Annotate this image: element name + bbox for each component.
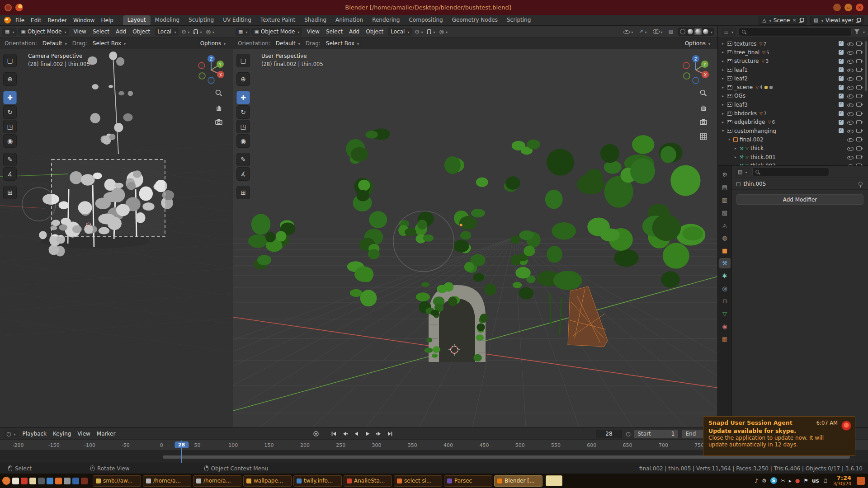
outliner-row-tree-final[interactable]: tree_final▽5 (718, 48, 863, 56)
playhead-frame-badge[interactable]: 28 (175, 441, 189, 448)
checkbox-icon[interactable] (839, 111, 844, 116)
render-visibility-camera-icon[interactable] (856, 120, 862, 124)
scale-tool[interactable]: ◳ (3, 120, 17, 133)
disclosure-collapsed-icon[interactable] (721, 94, 725, 98)
taskbar-launcher-icon[interactable] (29, 478, 36, 484)
menu-render[interactable]: Render (44, 16, 70, 24)
editor-type-selector[interactable] (735, 168, 750, 176)
visibility-eye-icon[interactable] (847, 50, 853, 55)
clock-widget[interactable]: 7:24 3/30/24 (833, 475, 851, 487)
disclosure-collapsed-icon[interactable] (721, 120, 725, 124)
outliner-row-scene[interactable]: _scene▽4 (718, 83, 863, 91)
orientation-dropdown[interactable]: Default (40, 39, 70, 47)
outliner-row-ogs[interactable]: OGs (718, 92, 863, 100)
workspace-tab-sculpting[interactable]: Sculpting (184, 15, 218, 25)
annotate-tool[interactable]: ✎ (236, 153, 250, 166)
orientation-dropdown[interactable]: Default (273, 39, 303, 47)
media-note-icon[interactable]: ♪ (755, 478, 758, 484)
visibility-eye-icon[interactable] (847, 67, 853, 73)
editor-type-selector[interactable] (2, 28, 17, 36)
taskbar-window-twily-info[interactable]: twily.info... (293, 475, 342, 487)
shading-material-button[interactable] (694, 28, 702, 35)
move-tool[interactable]: ✚ (236, 91, 250, 104)
outliner-row-leaf1[interactable]: leaf1 (718, 66, 863, 74)
viewport-menu-select[interactable]: Select (90, 28, 113, 36)
checkbox-icon[interactable] (839, 76, 844, 81)
editor-type-selector[interactable] (236, 28, 250, 36)
select-box-tool[interactable]: ▢ (3, 54, 17, 67)
workspace-tab-compositing[interactable]: Compositing (404, 15, 447, 25)
blender-logo-icon[interactable] (4, 17, 11, 23)
taskbar-window-parsec[interactable]: Parsec (444, 475, 492, 487)
play-circle-icon[interactable]: ▸ (789, 478, 792, 484)
timeline-menu-marker[interactable]: Marker (94, 430, 118, 438)
viewlayer-selector[interactable]: ViewLayer (810, 16, 863, 25)
drag-dropdown[interactable]: Select Box (323, 39, 362, 47)
render-visibility-camera-icon[interactable] (856, 146, 862, 150)
notification-popup[interactable]: Snapd User Session Agent 6:07 AM Update … (703, 416, 855, 456)
play-button[interactable] (363, 429, 373, 438)
checkbox-icon[interactable] (839, 67, 844, 72)
snapping-toggle[interactable] (192, 28, 203, 36)
properties-tab-scene[interactable]: ◬ (719, 220, 731, 230)
disclosure-collapsed-icon[interactable] (721, 76, 725, 80)
notes-widget[interactable] (546, 475, 562, 486)
new-scene-icon[interactable] (799, 18, 803, 22)
visibility-eye-icon[interactable] (847, 145, 853, 151)
record-dot-icon[interactable]: ● (795, 478, 800, 484)
play-reverse-button[interactable] (351, 429, 361, 438)
close-button[interactable] (856, 4, 863, 11)
zoom-icon[interactable] (215, 89, 223, 99)
taskbar-window-home-a[interactable]: /home/a... (143, 475, 191, 487)
auto-keying-record-button[interactable] (311, 429, 321, 438)
taskbar-launcher-icon[interactable] (81, 478, 88, 484)
viewport-canvas[interactable]: Camera Perspective (28) final.002 | thin… (0, 49, 233, 427)
navigation-gizmo[interactable]: ZYX (195, 53, 227, 85)
proportional-editing-toggle[interactable] (205, 28, 216, 36)
visibility-eye-icon[interactable] (847, 163, 853, 165)
annotate-tool[interactable]: ✎ (3, 153, 17, 166)
snapping-toggle[interactable] (425, 28, 436, 36)
disclosure-collapsed-icon[interactable] (733, 155, 738, 159)
rotate-tool[interactable]: ↻ (236, 105, 250, 119)
visibility-eye-icon[interactable] (847, 137, 853, 142)
timeline-menu-playback[interactable]: Playback (19, 430, 50, 438)
viewport-menu-add[interactable]: Add (346, 28, 363, 36)
proportional-editing-toggle[interactable] (438, 28, 449, 36)
workspace-tab-scripting[interactable]: Scripting (502, 15, 535, 25)
grid-ortho-icon[interactable] (699, 132, 708, 142)
render-visibility-camera-icon[interactable] (856, 68, 862, 72)
render-visibility-camera-icon[interactable] (856, 76, 862, 80)
settings-gear-icon[interactable]: ⚙ (762, 478, 767, 484)
taskbar-launcher-icon[interactable] (21, 478, 28, 484)
next-keyframe-button[interactable] (374, 429, 384, 438)
add-modifier-button[interactable]: Add Modifier (736, 194, 863, 205)
checkbox-icon[interactable] (839, 59, 844, 64)
keyboard-layout-indicator[interactable]: us (812, 478, 819, 484)
visibility-eye-icon[interactable] (847, 111, 853, 116)
scissors-icon[interactable]: ✂ (781, 478, 785, 484)
render-visibility-camera-icon[interactable] (856, 164, 862, 165)
select-box-tool[interactable]: ▢ (236, 54, 250, 67)
disclosure-collapsed-icon[interactable] (721, 68, 725, 72)
disclosure-collapsed-icon[interactable] (721, 85, 725, 89)
checkbox-icon[interactable] (839, 128, 844, 133)
render-visibility-camera-icon[interactable] (856, 50, 862, 54)
taskbar-window-select-si[interactable]: select si... (394, 475, 442, 487)
render-visibility-camera-icon[interactable] (856, 129, 862, 133)
previous-keyframe-button[interactable] (340, 429, 350, 438)
outliner-row-thick[interactable]: ⚒▽thick (718, 144, 863, 153)
taskbar-launcher-icon[interactable] (47, 478, 53, 484)
outliner-row-final-002[interactable]: final.002 (718, 135, 863, 144)
shading-solid-button[interactable] (687, 28, 694, 35)
properties-search-input[interactable] (752, 168, 829, 176)
disclosure-expanded-icon[interactable] (727, 137, 731, 141)
workspace-tab-layout[interactable]: Layout (123, 15, 151, 25)
pivot-point-selector[interactable] (413, 28, 424, 36)
taskbar-launcher-icon[interactable] (72, 478, 79, 484)
volume-icon[interactable]: ♫ (823, 478, 828, 484)
taskbar-window-blender[interactable]: Blender [... (494, 475, 542, 487)
outliner-row-leaf3[interactable]: leaf3 (718, 100, 863, 109)
workspace-tab-modeling[interactable]: Modeling (151, 15, 184, 25)
visibility-eye-icon[interactable] (847, 155, 853, 160)
